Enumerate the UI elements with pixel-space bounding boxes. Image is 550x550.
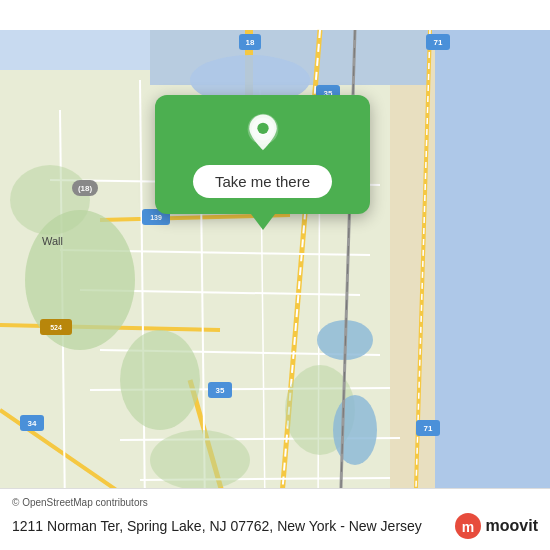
popup-card: Take me there	[155, 95, 370, 214]
svg-point-27	[120, 330, 200, 430]
svg-text:139: 139	[150, 214, 162, 221]
moovit-logo: m moovit	[454, 512, 538, 540]
svg-text:(18): (18)	[78, 184, 93, 193]
address-text: 1211 Norman Ter, Spring Lake, NJ 07762, …	[12, 518, 422, 534]
map-container: 18 71 71 35 35 139 524 34 (18) Wall	[0, 0, 550, 550]
svg-text:m: m	[461, 519, 473, 535]
svg-text:Wall: Wall	[42, 235, 63, 247]
bottom-bar: © OpenStreetMap contributors 1211 Norman…	[0, 488, 550, 550]
location-pin-icon	[242, 113, 284, 155]
take-me-there-button[interactable]: Take me there	[193, 165, 332, 198]
svg-text:18: 18	[246, 38, 255, 47]
svg-point-58	[257, 123, 268, 134]
moovit-logo-icon: m	[454, 512, 482, 540]
svg-text:35: 35	[216, 386, 225, 395]
address-line: 1211 Norman Ter, Spring Lake, NJ 07762, …	[12, 512, 538, 540]
svg-point-30	[150, 430, 250, 490]
moovit-label: moovit	[486, 517, 538, 535]
svg-text:524: 524	[50, 324, 62, 331]
osm-credit: © OpenStreetMap contributors	[12, 497, 538, 508]
osm-credit-text: © OpenStreetMap contributors	[12, 497, 148, 508]
svg-text:71: 71	[424, 424, 433, 433]
svg-text:34: 34	[28, 419, 37, 428]
svg-text:71: 71	[434, 38, 443, 47]
svg-point-32	[333, 395, 377, 465]
svg-point-29	[10, 165, 90, 235]
map-background: 18 71 71 35 35 139 524 34 (18) Wall	[0, 0, 550, 550]
